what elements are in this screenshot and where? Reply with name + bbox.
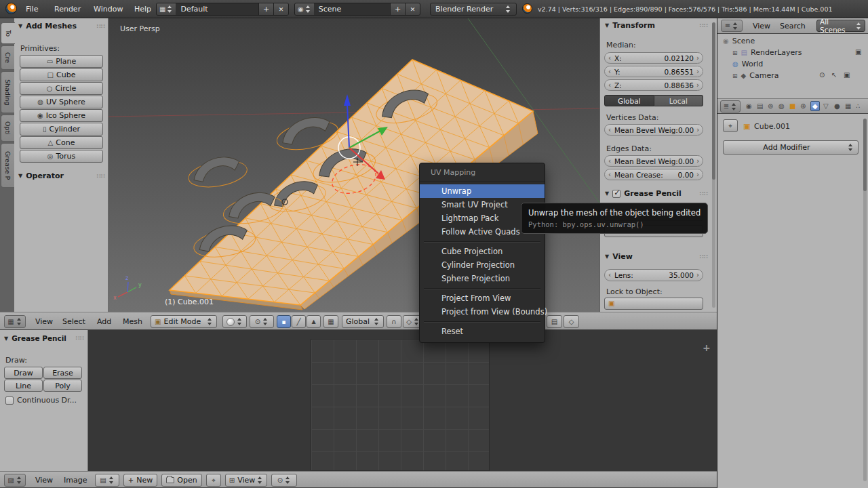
decrement-arrow-icon[interactable]: ‹ <box>608 158 611 165</box>
mean-crease-field[interactable]: ‹ Mean Crease: 0.00 › <box>604 169 703 180</box>
scene-tab-icon[interactable]: ⊚ <box>768 102 773 110</box>
layout-browse-button[interactable]: ▦ <box>157 3 176 15</box>
outliner-row-camera[interactable]: ⊞ ◆ Camera <box>732 71 778 80</box>
restrict-render-icon[interactable]: ▣ <box>844 71 850 79</box>
panel-grip-icon[interactable]: ∷∷ <box>699 253 708 260</box>
delete-scene-button[interactable]: ✕ <box>405 3 420 15</box>
menu-render[interactable]: Render <box>54 5 81 14</box>
median-z-field[interactable]: ‹ Z: 0.88636 › <box>604 79 703 91</box>
menu-view[interactable]: View <box>35 476 53 485</box>
add-cube-button[interactable]: □ Cube <box>20 68 103 81</box>
particles-tab-icon[interactable]: ∴ <box>856 102 860 110</box>
face-select-button[interactable]: ▲ <box>307 315 321 328</box>
median-x-field[interactable]: ‹ X: 0.02120 › <box>604 52 703 64</box>
add-cylinder-button[interactable]: ▯ Cylinder <box>20 123 103 136</box>
pin-id-button[interactable]: ⌖ <box>723 119 738 132</box>
render-engine-dropdown[interactable]: Blender Render <box>430 3 517 16</box>
menu-file[interactable]: File <box>26 5 38 14</box>
median-y-field[interactable]: ‹ Y: 0.86551 › <box>604 66 703 77</box>
texture-tab-icon[interactable]: ▦ <box>845 102 851 110</box>
grease-pencil-panel-header[interactable]: ▼ Grease Pencil ∷∷ <box>605 189 708 198</box>
shelf-tab-grease-pencil[interactable]: Grease P <box>1 143 14 188</box>
menu-help[interactable]: Help <box>134 5 151 14</box>
grease-pencil-panel-header[interactable]: ▼ Grease Pencil ∷∷ <box>4 334 84 342</box>
erase-button[interactable]: Erase <box>43 367 82 379</box>
edge-select-button[interactable]: ╱ <box>292 315 306 328</box>
shelf-tab-tools[interactable]: To <box>1 22 15 44</box>
pin-toggle-button[interactable]: ⌖ <box>206 474 221 487</box>
editor-type-dropdown[interactable]: ▦ <box>4 315 26 328</box>
object-tab-icon[interactable]: ■ <box>789 102 795 110</box>
menu-item-project-from-view-bounds[interactable]: Project from View (Bounds) <box>420 305 545 319</box>
pivot-dropdown[interactable]: ⊙ <box>271 474 297 487</box>
edge-bevel-weight-field[interactable]: ‹ Mean Bevel Weig: 0.00 › <box>604 155 703 167</box>
vertex-bevel-weight-field[interactable]: ‹ Mean Bevel Weig: 0.00 › <box>604 124 703 136</box>
orientation-dropdown[interactable]: Global <box>342 315 384 328</box>
panel-grip-icon[interactable]: ∷∷ <box>75 335 84 342</box>
menu-item-unwrap[interactable]: Unwrap <box>420 184 545 198</box>
menu-add[interactable]: Add <box>97 317 111 326</box>
uv-image-editor[interactable]: + ▼ Grease Pencil ∷∷ Draw: Draw Erase Li… <box>0 330 717 471</box>
render-border-button[interactable]: ◇ <box>564 315 579 328</box>
orientation-global-button[interactable]: Global <box>604 95 654 106</box>
decrement-arrow-icon[interactable]: ‹ <box>608 272 611 279</box>
menu-item-project-from-view[interactable]: Project From View <box>420 291 545 305</box>
expand-icon[interactable]: ⊞ <box>732 73 738 79</box>
constraints-tab-icon[interactable]: ⊕ <box>800 102 806 110</box>
add-plane-button[interactable]: ▭ Plane <box>20 55 103 68</box>
menu-item-sphere-projection[interactable]: Sphere Projection <box>420 272 545 285</box>
blender-logo-icon[interactable] <box>5 3 17 14</box>
outliner-row-renderlayers[interactable]: ⊞ ▤ RenderLayers <box>732 48 802 57</box>
add-ico-sphere-button[interactable]: ◉ Ico Sphere <box>20 109 103 122</box>
snap-toggle-button[interactable]: ∩ <box>387 315 401 328</box>
add-torus-button[interactable]: ◎ Torus <box>20 150 103 163</box>
menu-mesh[interactable]: Mesh <box>123 317 142 326</box>
open-image-button[interactable]: Open <box>161 474 202 487</box>
editor-type-dropdown[interactable]: ≣ <box>720 100 741 113</box>
increment-arrow-icon[interactable]: › <box>696 82 699 89</box>
editor-type-dropdown[interactable]: ≡ <box>721 20 743 32</box>
decrement-arrow-icon[interactable]: ‹ <box>608 127 611 134</box>
vertex-select-button[interactable]: ▪ <box>277 315 291 328</box>
orientation-local-button[interactable]: Local <box>654 95 704 106</box>
draw-button[interactable]: Draw <box>4 367 43 379</box>
world-tab-icon[interactable]: ◍ <box>778 102 785 110</box>
pointer-icon[interactable]: ↖ <box>831 71 837 79</box>
layout-name[interactable]: Default <box>176 3 258 15</box>
operator-panel-header[interactable]: ▼ Operator ∷∷ <box>18 171 105 180</box>
menu-window[interactable]: Window <box>94 5 123 14</box>
add-layout-button[interactable]: + <box>258 3 273 15</box>
increment-arrow-icon[interactable]: › <box>696 272 699 279</box>
view-panel-header[interactable]: ▼ View ∷∷ <box>605 252 708 261</box>
continuous-draw-checkbox[interactable] <box>5 396 14 405</box>
panel-grip-icon[interactable]: ∷∷ <box>699 190 708 197</box>
modifiers-tab-icon[interactable]: ◆ <box>810 101 820 111</box>
menu-search[interactable]: Search <box>780 22 806 30</box>
delete-layout-button[interactable]: ✕ <box>273 3 288 15</box>
shelf-tab-create[interactable]: Cre <box>1 45 14 70</box>
properties-scrollbar[interactable] <box>863 119 867 481</box>
new-image-button[interactable]: + New <box>123 474 157 487</box>
material-tab-icon[interactable]: ● <box>834 102 840 110</box>
outliner-row-scene[interactable]: ◉ Scene <box>723 37 755 45</box>
mode-dropdown[interactable]: ▣ Edit Mode <box>151 315 217 328</box>
add-uv-sphere-button[interactable]: ◍ UV Sphere <box>20 96 103 108</box>
increment-arrow-icon[interactable]: › <box>696 158 699 165</box>
render-layers-tab-icon[interactable]: ▤ <box>757 102 763 110</box>
increment-arrow-icon[interactable]: › <box>696 68 699 75</box>
grease-pencil-checkbox[interactable] <box>612 190 620 198</box>
menu-item-reset[interactable]: Reset <box>420 325 545 338</box>
restrict-render-icon[interactable]: ▣ <box>855 48 861 56</box>
increment-arrow-icon[interactable]: › <box>696 127 699 134</box>
scene-name[interactable]: Scene <box>314 3 390 15</box>
render-preview-button[interactable]: ▤ <box>547 315 562 328</box>
menu-image[interactable]: Image <box>64 476 87 485</box>
add-cone-button[interactable]: △ Cone <box>20 136 103 149</box>
decrement-arrow-icon[interactable]: ‹ <box>608 82 611 89</box>
transform-panel-header[interactable]: ▼ Transform ∷∷ <box>605 21 708 30</box>
occlude-geometry-button[interactable]: ▦ <box>323 315 338 328</box>
outliner-row-world[interactable]: ◍ World <box>732 60 763 68</box>
menu-item-cylinder-projection[interactable]: Cylinder Projection <box>420 258 545 272</box>
decrement-arrow-icon[interactable]: ‹ <box>608 68 611 75</box>
eye-icon[interactable]: ⊙ <box>819 71 825 79</box>
